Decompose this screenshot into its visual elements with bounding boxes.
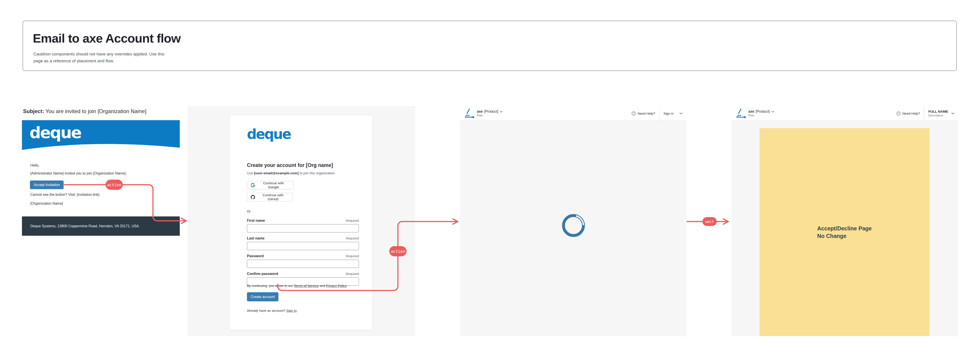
signup-user-email: [user-email@example.com] <box>254 171 299 175</box>
page-subtitle: Cauldron components should not have any … <box>33 51 164 64</box>
email-subject-text: You are invited to join [Organization Na… <box>44 108 146 114</box>
chevron-down-icon <box>951 112 955 115</box>
page-title: Email to axe Account flow <box>33 31 181 45</box>
brand: ax axe [Product] Plan <box>736 108 774 118</box>
email-footer: Deque Systems, 13800 Coppermine Road, He… <box>22 216 180 236</box>
user-menu[interactable]: FULL NAME Description <box>928 110 955 117</box>
terms-and: and <box>318 284 326 287</box>
svg-text:ax: ax <box>738 113 741 117</box>
page-subtitle-line2: page as a reference of placement and flo… <box>33 57 164 64</box>
google-button-label: Continue with Google <box>257 181 290 189</box>
arrowhead-icon <box>723 219 728 224</box>
first-name-required-badge: Required <box>346 219 359 222</box>
password-required-badge: Required <box>346 254 359 258</box>
email-mockup: Subject: You are invited to join [Organi… <box>22 108 180 236</box>
user-description: Description <box>928 114 948 117</box>
brand-plan-label: Plan <box>748 114 774 117</box>
last-name-label: Last name <box>247 236 264 240</box>
brand-name: axe <box>748 110 754 113</box>
signup-title: Create your account for [Org name] <box>247 162 333 168</box>
password-label: Password <box>247 254 264 258</box>
accept-decline-screen: ax axe [Product] Plan ? Need Help? <box>732 106 958 337</box>
password-field-group: Password Required <box>247 254 359 268</box>
last-name-field-group: Last name Required <box>247 236 359 250</box>
accept-decline-placeholder: Accept/Decline Page No Change <box>759 128 929 336</box>
email-subject-label: Subject: <box>23 108 44 114</box>
accept-invitation-button[interactable]: Accept Invitation <box>30 180 64 189</box>
terms-period: . <box>347 284 347 287</box>
action-badge: action <box>105 180 123 190</box>
arrowhead-icon <box>452 219 458 224</box>
user-full-name: FULL NAME <box>928 110 948 113</box>
header-divider <box>659 106 660 121</box>
chevron-down-icon <box>500 111 503 113</box>
brand-plan-label: Plan <box>477 114 503 117</box>
action-badge: action <box>389 246 407 256</box>
need-help-button[interactable]: ? Need Help? <box>632 111 655 115</box>
page-subtitle-line1: Cauldron components should not have any … <box>33 51 164 57</box>
sign-in-link[interactable]: Sign In <box>286 309 297 313</box>
deque-logo: deque <box>247 126 291 142</box>
brand-text[interactable]: axe [Product] Plan <box>748 110 774 117</box>
wave-decoration-icon <box>22 135 180 151</box>
sign-in-label: Sign in <box>663 112 674 115</box>
accept-decline-note-line2: No Change <box>817 232 872 240</box>
signup-subtitle-prefix: Use <box>247 171 254 175</box>
email-cannot-see-line: Cannot see the button? Visit: [invitatio… <box>30 193 99 197</box>
header-divider <box>924 106 924 121</box>
confirm-password-required-badge: Required <box>346 272 359 276</box>
accept-decline-note-line1: Accept/Decline Page <box>817 225 872 232</box>
arrowhead-icon <box>181 218 186 224</box>
axe-triangle-logo-icon: ax <box>465 108 474 118</box>
email-footer-address: Deque Systems, 13800 Coppermine Road, He… <box>30 224 139 228</box>
brand-text[interactable]: axe [Product] Plan <box>477 110 503 117</box>
last-name-required-badge: Required <box>346 236 359 240</box>
email-org-name: [Organization Name] <box>30 201 63 206</box>
svg-text:?: ? <box>633 112 635 115</box>
email-header-banner: deque <box>22 120 180 151</box>
first-name-input[interactable] <box>247 224 359 232</box>
create-account-button[interactable]: Create account <box>247 292 278 302</box>
or-separator: Or <box>247 209 251 213</box>
signup-card: deque Create your account for [Org name]… <box>229 115 372 330</box>
app-header: ax axe [Product] Plan ? Need Help? Sig <box>460 106 686 121</box>
brand-product: [Product] <box>756 110 770 113</box>
password-input[interactable] <box>247 260 359 268</box>
continue-with-google-button[interactable]: Continue with Google <box>247 181 293 189</box>
terms-prefix: By continuing, you agree to our <box>247 284 294 287</box>
loading-spinner <box>562 214 585 237</box>
brand-product: [Product] <box>484 110 498 113</box>
question-circle-icon: ? <box>632 111 636 115</box>
app-header: ax axe [Product] Plan ? Need Help? <box>732 106 958 121</box>
page: Email to axe Account flow Cauldron compo… <box>0 0 980 359</box>
question-circle-icon: ? <box>896 111 900 115</box>
chevron-down-icon <box>679 112 683 115</box>
already-prefix: Already have an account? <box>247 309 286 313</box>
privacy-policy-link[interactable]: Privacy Policy <box>326 284 347 287</box>
terms-of-service-link[interactable]: Terms of Service <box>294 284 319 287</box>
signup-subtitle-suffix: to join this organization. <box>299 171 336 175</box>
github-octocat-icon <box>251 195 255 199</box>
loading-screen: ax axe [Product] Plan ? Need Help? Sig <box>460 106 686 337</box>
google-g-icon <box>251 183 255 187</box>
wait-badge: wait <box>702 217 717 226</box>
confirm-password-field-group: Confirm password Required <box>247 272 359 286</box>
github-button-label: Continue with GitHub <box>257 193 289 201</box>
email-invited-line: [Administrator Name] invited you to join… <box>30 171 127 176</box>
accept-decline-note: Accept/Decline Page No Change <box>817 225 872 240</box>
continue-with-github-button[interactable]: Continue with GitHub <box>247 193 293 201</box>
email-greeting: Hello, <box>30 163 40 168</box>
last-name-input[interactable] <box>247 242 359 250</box>
email-subject: Subject: You are invited to join [Organi… <box>23 108 146 115</box>
first-name-label: First name <box>247 219 265 223</box>
first-name-field-group: First name Required <box>247 219 359 232</box>
need-help-label: Need Help? <box>902 112 920 115</box>
sign-in-menu[interactable]: Sign in <box>663 112 683 115</box>
need-help-label: Need Help? <box>638 112 655 115</box>
brand: ax axe [Product] Plan <box>465 108 503 118</box>
svg-text:?: ? <box>898 112 899 115</box>
need-help-button[interactable]: ? Need Help? <box>896 111 920 115</box>
chevron-down-icon <box>771 111 774 113</box>
signup-screen: deque Create your account for [Org name]… <box>188 106 415 337</box>
confirm-password-label: Confirm password <box>247 272 278 276</box>
